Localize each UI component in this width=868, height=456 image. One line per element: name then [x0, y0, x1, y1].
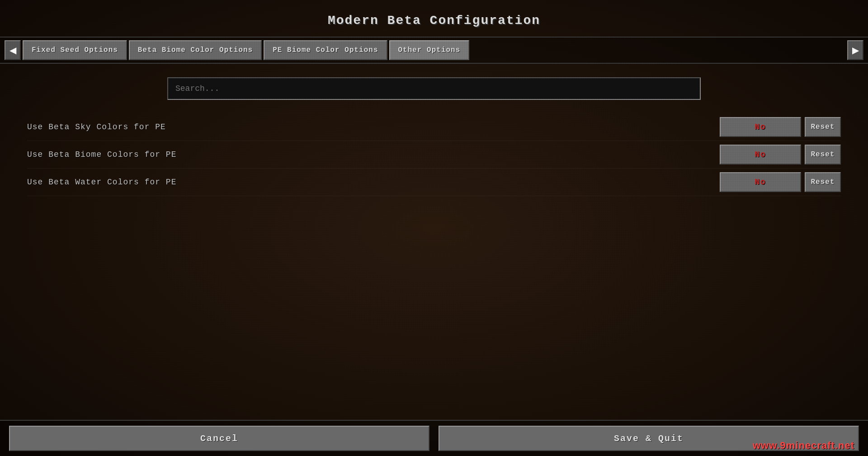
option-controls-sky: No Reset — [720, 117, 841, 137]
tab-bar: ◀ Fixed Seed Options Beta Biome Color Op… — [0, 37, 868, 64]
value-button-sky[interactable]: No — [720, 117, 801, 137]
value-button-biome[interactable]: No — [720, 145, 801, 165]
option-controls-biome: No Reset — [720, 145, 841, 165]
tab-other-options[interactable]: Other Options — [389, 40, 470, 60]
option-row-sky: Use Beta Sky Colors for PE No Reset — [27, 113, 841, 141]
option-label-water: Use Beta Water Colors for PE — [27, 178, 720, 187]
watermark: www.9minecraft.net — [753, 440, 854, 451]
nav-left-button[interactable]: ◀ — [5, 40, 21, 60]
tab-fixed-seed[interactable]: Fixed Seed Options — [23, 40, 127, 60]
watermark-suffix: .net — [835, 440, 854, 451]
search-input[interactable] — [167, 77, 701, 100]
watermark-brand: 9minecraft — [780, 440, 835, 451]
reset-button-sky[interactable]: Reset — [805, 117, 841, 137]
bottom-bar: Cancel Save & Quit — [0, 420, 868, 456]
watermark-prefix: www. — [753, 440, 780, 451]
tab-pe-biome-color[interactable]: PE Biome Color Options — [264, 40, 387, 60]
value-button-water[interactable]: No — [720, 172, 801, 192]
reset-button-water[interactable]: Reset — [805, 172, 841, 192]
content-area: Use Beta Sky Colors for PE No Reset Use … — [0, 64, 868, 210]
option-row-water: Use Beta Water Colors for PE No Reset — [27, 169, 841, 196]
reset-button-biome[interactable]: Reset — [805, 145, 841, 165]
nav-right-button[interactable]: ▶ — [847, 40, 863, 60]
page-title: Modern Beta Configuration — [0, 0, 868, 37]
option-row-biome: Use Beta Biome Colors for PE No Reset — [27, 141, 841, 169]
option-label-sky: Use Beta Sky Colors for PE — [27, 122, 720, 132]
cancel-button[interactable]: Cancel — [9, 426, 429, 451]
options-list: Use Beta Sky Colors for PE No Reset Use … — [27, 113, 841, 196]
option-label-biome: Use Beta Biome Colors for PE — [27, 150, 720, 159]
option-controls-water: No Reset — [720, 172, 841, 192]
tab-beta-biome-color[interactable]: Beta Biome Color Options — [129, 40, 262, 60]
